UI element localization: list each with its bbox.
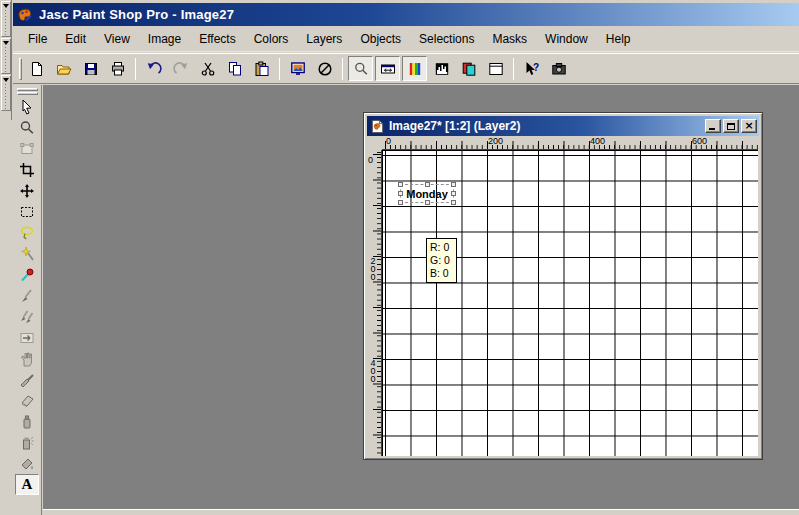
histogram-icon — [434, 61, 450, 77]
toolbar-separator — [513, 58, 514, 80]
paste-button[interactable] — [249, 56, 274, 81]
cut-button[interactable] — [195, 56, 220, 81]
menu-item-help[interactable]: Help — [597, 29, 640, 49]
tool-palette-grip[interactable] — [17, 88, 38, 91]
redo-arrow-icon — [173, 61, 189, 77]
print-button[interactable] — [105, 56, 130, 81]
color-palette-button[interactable] — [402, 56, 427, 81]
no-zoom-circle-icon — [317, 61, 333, 77]
image-canvas[interactable]: Monday R: 0 G: 0 B: 0 — [382, 150, 758, 456]
selection-handle[interactable] — [425, 200, 430, 205]
eyedropper-icon — [19, 267, 35, 283]
maximize-button[interactable] — [723, 119, 739, 133]
menu-item-selections[interactable]: Selections — [410, 29, 483, 49]
tool-palette-grip[interactable] — [17, 92, 38, 95]
ruler-label: 200 — [368, 256, 378, 280]
tool-options-window-icon — [380, 61, 396, 77]
camera-icon — [551, 61, 567, 77]
text-vector-object[interactable]: Monday — [400, 184, 454, 203]
deformation-tool-button[interactable] — [15, 138, 39, 159]
selection-handle[interactable] — [398, 191, 403, 196]
color-replacer-tool-button[interactable] — [15, 327, 39, 348]
histogram-button[interactable] — [429, 56, 454, 81]
palette-grip[interactable] — [1, 75, 11, 111]
full-screen-preview-button[interactable] — [285, 56, 310, 81]
save-button[interactable] — [78, 56, 103, 81]
paint-brush-tool-button[interactable] — [15, 285, 39, 306]
main-titlebar[interactable]: Jasc Paint Shop Pro - Image27 — [13, 3, 799, 26]
flood-fill-tool-button[interactable] — [15, 453, 39, 474]
eraser-tool-button[interactable] — [15, 390, 39, 411]
zoom-tool-button[interactable] — [15, 117, 39, 138]
palette-grip[interactable] — [1, 38, 11, 74]
overview-window-button[interactable] — [483, 56, 508, 81]
selection-handle[interactable] — [425, 182, 430, 187]
window-title: Jasc Paint Shop Pro - Image27 — [39, 7, 234, 22]
screen-capture-button[interactable] — [546, 56, 571, 81]
arrow-tool-button[interactable] — [15, 96, 39, 117]
airbrush-tool-button[interactable] — [15, 432, 39, 453]
menu-item-masks[interactable]: Masks — [483, 29, 536, 49]
document-titlebar[interactable]: Image27* [1:2] (Layer2) × — [367, 116, 759, 136]
normal-viewing-button[interactable] — [312, 56, 337, 81]
palette-grip[interactable] — [1, 1, 11, 37]
magnifier-icon — [353, 61, 369, 77]
arrow-cursor-icon — [19, 99, 35, 115]
grip-dots — [4, 83, 8, 109]
undo-button[interactable] — [141, 56, 166, 81]
menu-item-image[interactable]: Image — [139, 29, 190, 49]
selection-handle[interactable] — [398, 182, 403, 187]
printer-icon — [110, 61, 126, 77]
scratch-remover-tool-button[interactable] — [15, 369, 39, 390]
close-button[interactable]: × — [741, 119, 757, 133]
clone-brush-tool-button[interactable] — [15, 306, 39, 327]
crop-icon — [19, 162, 35, 178]
freehand-tool-button[interactable] — [15, 222, 39, 243]
crop-tool-button[interactable] — [15, 159, 39, 180]
svg-text:?: ? — [533, 61, 539, 72]
menu-item-edit[interactable]: Edit — [56, 29, 95, 49]
airbrush-icon — [19, 435, 35, 451]
ruler-label: 0 — [386, 136, 391, 146]
help-arrow-icon: ? — [524, 61, 540, 77]
menu-item-window[interactable]: Window — [536, 29, 597, 49]
menu-item-effects[interactable]: Effects — [190, 29, 244, 49]
magic-wand-icon — [19, 246, 35, 262]
selection-tool-button[interactable] — [15, 201, 39, 222]
picture-tube-tool-button[interactable] — [15, 411, 39, 432]
magic-wand-tool-button[interactable] — [15, 243, 39, 264]
selection-handle[interactable] — [451, 182, 456, 187]
menu-item-view[interactable]: View — [95, 29, 139, 49]
text-object-label: Monday — [406, 188, 448, 200]
selection-handle[interactable] — [451, 200, 456, 205]
vertical-ruler: 0 200 400 — [367, 150, 382, 456]
undo-arrow-icon — [146, 61, 162, 77]
toolbar-grip[interactable] — [19, 58, 22, 80]
move-arrows-icon — [19, 183, 35, 199]
standard-toolbar: ? — [13, 53, 799, 84]
mover-tool-button[interactable] — [15, 180, 39, 201]
tool-options-button[interactable] — [375, 56, 400, 81]
retouch-hand-icon — [19, 351, 35, 367]
menu-item-objects[interactable]: Objects — [351, 29, 410, 49]
menu-item-colors[interactable]: Colors — [245, 29, 298, 49]
deformation-icon — [19, 141, 35, 157]
document-title: Image27* [1:2] (Layer2) — [389, 119, 703, 133]
minimize-button[interactable] — [705, 119, 721, 133]
selection-handle[interactable] — [398, 200, 403, 205]
retouch-tool-button[interactable] — [15, 348, 39, 369]
color-replacer-icon — [19, 330, 35, 346]
context-help-button[interactable]: ? — [519, 56, 544, 81]
redo-button[interactable] — [168, 56, 193, 81]
zoom-to-normal-button[interactable] — [348, 56, 373, 81]
copy-button[interactable] — [222, 56, 247, 81]
new-button[interactable] — [24, 56, 49, 81]
selection-handle[interactable] — [451, 191, 456, 196]
menu-item-file[interactable]: File — [19, 29, 56, 49]
text-tool-button[interactable]: A — [15, 474, 39, 495]
new-file-icon — [29, 61, 45, 77]
menu-item-layers[interactable]: Layers — [297, 29, 351, 49]
open-button[interactable] — [51, 56, 76, 81]
layer-palette-button[interactable] — [456, 56, 481, 81]
dropper-tool-button[interactable] — [15, 264, 39, 285]
